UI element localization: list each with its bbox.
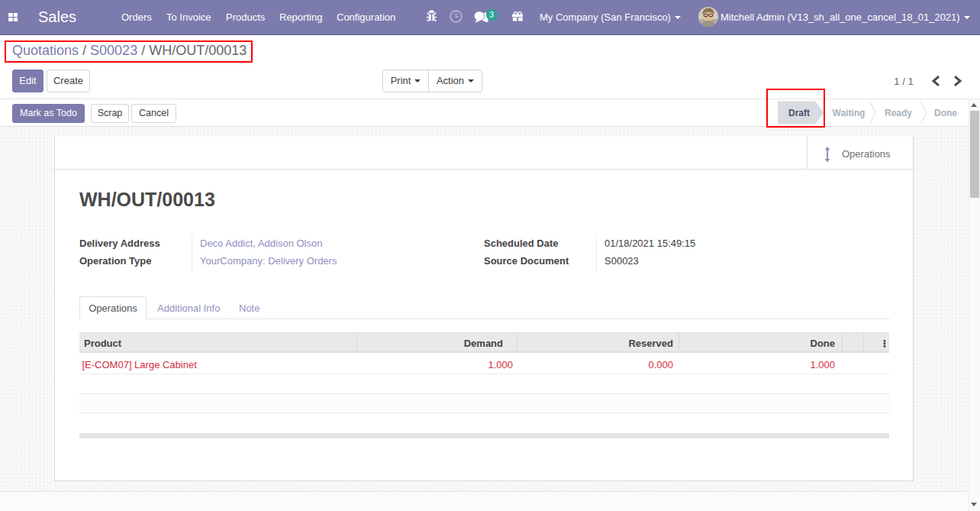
svg-text:Ready: Ready: [885, 108, 912, 118]
svg-text:Done: Done: [934, 108, 957, 118]
svg-text:Waiting: Waiting: [833, 108, 866, 118]
